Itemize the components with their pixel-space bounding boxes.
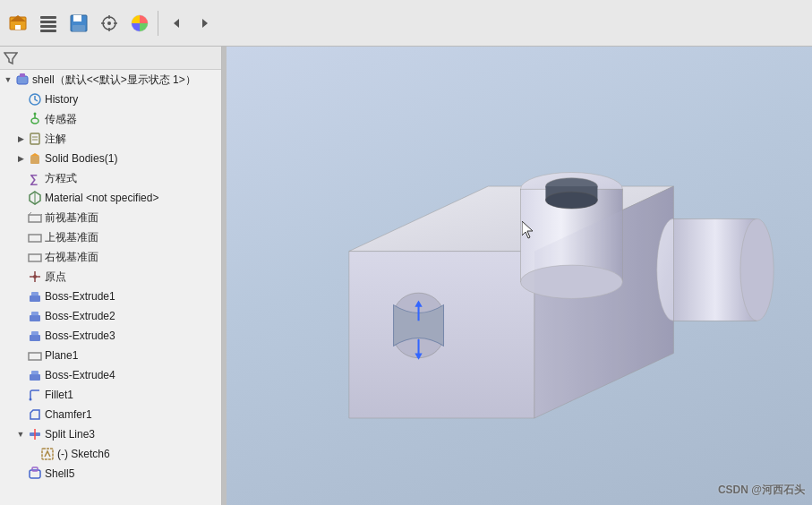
svg-rect-21 — [20, 73, 25, 77]
svg-marker-52 — [30, 410, 39, 419]
boss4-expand — [14, 369, 27, 381]
boss1-expand — [14, 290, 27, 303]
toolbar-nav — [162, 9, 219, 38]
svg-rect-44 — [30, 315, 40, 321]
tree-item-eq[interactable]: ∑ 方程式 — [0, 168, 221, 188]
tree-item-boss3[interactable]: Boss-Extrude3 — [0, 326, 221, 346]
svg-rect-8 — [73, 15, 81, 21]
svg-rect-43 — [31, 292, 38, 296]
cursor — [522, 221, 533, 237]
home-button[interactable] — [4, 9, 32, 38]
viewport: CSDN @河西石头 — [227, 47, 812, 505]
tree-item-sensor[interactable]: 传感器 — [0, 109, 221, 129]
tree-item-boss2[interactable]: Boss-Extrude2 — [0, 306, 221, 326]
tree-item-boss4[interactable]: Boss-Extrude4 — [0, 365, 221, 385]
tree-item-note[interactable]: ▶ 注解 — [0, 129, 221, 149]
svg-rect-57 — [32, 467, 38, 471]
sensor-label: 传感器 — [45, 114, 77, 124]
boss1-icon — [27, 288, 43, 304]
svg-rect-26 — [30, 133, 39, 144]
svg-point-23 — [31, 118, 38, 124]
tree-item-plane1[interactable]: Plane1 — [0, 346, 221, 365]
color-wheel-button[interactable] — [125, 9, 154, 38]
material-icon — [27, 190, 43, 206]
fillet1-icon — [27, 387, 43, 403]
svg-rect-45 — [31, 312, 38, 316]
sensor-expand — [14, 113, 27, 125]
right-plane-expand — [14, 251, 27, 263]
svg-point-51 — [30, 398, 32, 401]
tree-area[interactable]: ▼ shell（默认<<默认>显示状态 1>） — [0, 70, 221, 505]
filter-bar — [0, 47, 221, 70]
plane1-expand — [14, 349, 27, 362]
svg-rect-47 — [31, 331, 38, 336]
chamfer1-expand — [14, 408, 27, 421]
shell5-label: Shell5 — [45, 468, 74, 479]
note-icon — [27, 131, 43, 147]
eq-icon: ∑ — [27, 170, 43, 186]
save-button[interactable] — [64, 9, 93, 38]
front-plane-expand — [14, 211, 27, 224]
front-plane-label: 前视基准面 — [45, 212, 98, 223]
tree-item-boss1[interactable]: Boss-Extrude1 — [0, 287, 221, 306]
boss3-icon — [27, 328, 43, 344]
tree-item-solid[interactable]: ▶ Solid Bodies(1) — [0, 149, 221, 168]
tree-item-top-plane[interactable]: 上视基准面 — [0, 227, 221, 247]
origin-label: 原点 — [45, 271, 66, 282]
note-expand[interactable]: ▶ — [14, 133, 27, 145]
tree-item-chamfer1[interactable]: Chamfer1 — [0, 405, 221, 424]
root-expand[interactable]: ▼ — [2, 73, 14, 86]
nav-next-button[interactable] — [191, 9, 219, 38]
tree-item-material[interactable]: Material <not specified> — [0, 188, 221, 208]
solid-label: Solid Bodies(1) — [45, 153, 117, 164]
splitline3-expand[interactable]: ▼ — [14, 428, 27, 441]
filter-icon — [4, 51, 18, 65]
boss1-label: Boss-Extrude1 — [45, 291, 115, 302]
tree-item-front-plane[interactable]: 前视基准面 — [0, 208, 221, 227]
svg-rect-4 — [40, 21, 56, 23]
tree-item-origin[interactable]: 原点 — [0, 267, 221, 287]
svg-rect-20 — [17, 76, 28, 84]
chamfer1-icon — [27, 407, 43, 423]
top-plane-label: 上视基准面 — [45, 232, 98, 243]
crosshair-button[interactable] — [95, 9, 124, 38]
svg-rect-5 — [40, 25, 56, 28]
tree-root[interactable]: ▼ shell（默认<<默认>显示状态 1>） — [0, 70, 221, 90]
svg-rect-29 — [30, 156, 39, 164]
right-plane-icon — [27, 249, 43, 265]
svg-rect-46 — [30, 335, 40, 341]
tree-item-fillet1[interactable]: Fillet1 — [0, 385, 221, 405]
svg-text:∑: ∑ — [30, 172, 38, 185]
solid-icon — [27, 150, 43, 167]
svg-rect-37 — [29, 235, 41, 242]
toolbar — [0, 0, 812, 47]
tree-item-right-plane[interactable]: 右视基准面 — [0, 247, 221, 267]
splitline3-icon — [27, 426, 43, 442]
tree-item-history[interactable]: History — [0, 90, 221, 109]
svg-point-25 — [34, 113, 37, 116]
fillet1-label: Fillet1 — [45, 389, 73, 400]
tree-item-sketch6[interactable]: (-) Sketch6 — [0, 444, 221, 464]
history-icon — [27, 91, 43, 107]
chamfer1-label: Chamfer1 — [45, 409, 92, 420]
history-label: History — [45, 94, 78, 105]
sidebar: ▼ shell（默认<<默认>显示状态 1>） — [0, 47, 222, 505]
main-area: ▼ shell（默认<<默认>显示状态 1>） — [0, 47, 812, 505]
list-view-button[interactable] — [34, 9, 63, 38]
origin-icon — [27, 269, 43, 285]
sketch6-label: (-) Sketch6 — [57, 449, 110, 459]
history-expand — [14, 93, 27, 106]
eq-expand — [14, 172, 27, 184]
nav-prev-button[interactable] — [162, 9, 191, 38]
svg-marker-19 — [4, 53, 17, 64]
boss2-icon — [27, 308, 43, 324]
front-plane-icon — [27, 210, 43, 226]
splitline3-label: Split Line3 — [45, 429, 95, 440]
solid-expand[interactable]: ▶ — [14, 152, 27, 165]
svg-marker-18 — [202, 19, 208, 28]
top-plane-expand — [14, 231, 27, 244]
tree-item-splitline3[interactable]: ▼ Split Line3 — [0, 424, 221, 444]
top-plane-icon — [27, 229, 43, 245]
note-label: 注解 — [45, 133, 66, 144]
tree-item-shell5[interactable]: Shell5 — [0, 464, 221, 484]
